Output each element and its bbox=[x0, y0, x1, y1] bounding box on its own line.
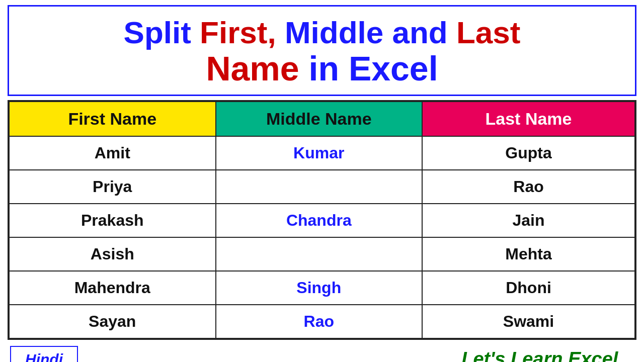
table-row: AsishMehta bbox=[9, 237, 635, 271]
header-first-name: First Name bbox=[9, 102, 216, 136]
title-line1: Split First, Middle and Last bbox=[14, 16, 630, 50]
tagline: Let's Learn Excel... bbox=[461, 348, 634, 362]
cell-first-name: Mahendra bbox=[9, 271, 216, 305]
cell-last-name: Swami bbox=[422, 305, 635, 338]
header-last-name: Last Name bbox=[422, 102, 635, 136]
cell-last-name: Mehta bbox=[422, 237, 635, 271]
table-row: PrakashChandraJain bbox=[9, 204, 635, 237]
main-container: Split First, Middle and Last Name in Exc… bbox=[0, 0, 644, 362]
title-area: Split First, Middle and Last Name in Exc… bbox=[8, 5, 636, 96]
word-in: in bbox=[309, 49, 339, 87]
cell-first-name: Prakash bbox=[9, 204, 216, 237]
word-split: Split bbox=[124, 15, 191, 50]
word-and: and bbox=[392, 15, 448, 50]
table-wrapper: First Name Middle Name Last Name AmitKum… bbox=[8, 100, 636, 340]
cell-first-name: Asish bbox=[9, 237, 216, 271]
footer: Hindi Let's Learn Excel... bbox=[10, 346, 634, 362]
title-line2: Name in Excel bbox=[14, 50, 630, 87]
header-middle-name: Middle Name bbox=[216, 102, 423, 136]
cell-middle-name bbox=[216, 237, 423, 271]
table-row: AmitKumarGupta bbox=[9, 136, 635, 170]
cell-first-name: Sayan bbox=[9, 305, 216, 338]
hindi-label: Hindi bbox=[25, 351, 63, 362]
cell-first-name: Priya bbox=[9, 170, 216, 204]
cell-first-name: Amit bbox=[9, 136, 216, 170]
word-last: Last bbox=[456, 15, 520, 50]
cell-middle-name: Rao bbox=[216, 305, 423, 338]
word-middle: Middle bbox=[285, 15, 383, 50]
table-row: MahendraSinghDhoni bbox=[9, 271, 635, 305]
table-row: PriyaRao bbox=[9, 170, 635, 204]
word-excel: Excel bbox=[349, 49, 438, 87]
cell-middle-name bbox=[216, 170, 423, 204]
table-header-row: First Name Middle Name Last Name bbox=[9, 102, 635, 136]
cell-last-name: Dhoni bbox=[422, 271, 635, 305]
name-table: First Name Middle Name Last Name AmitKum… bbox=[9, 101, 635, 339]
word-first: First, bbox=[200, 15, 276, 50]
cell-middle-name: Chandra bbox=[216, 204, 423, 237]
cell-middle-name: Singh bbox=[216, 271, 423, 305]
hindi-box: Hindi bbox=[10, 346, 78, 362]
table-row: SayanRaoSwami bbox=[9, 305, 635, 338]
cell-middle-name: Kumar bbox=[216, 136, 423, 170]
cell-last-name: Rao bbox=[422, 170, 635, 204]
word-name: Name bbox=[206, 49, 299, 87]
cell-last-name: Gupta bbox=[422, 136, 635, 170]
cell-last-name: Jain bbox=[422, 204, 635, 237]
